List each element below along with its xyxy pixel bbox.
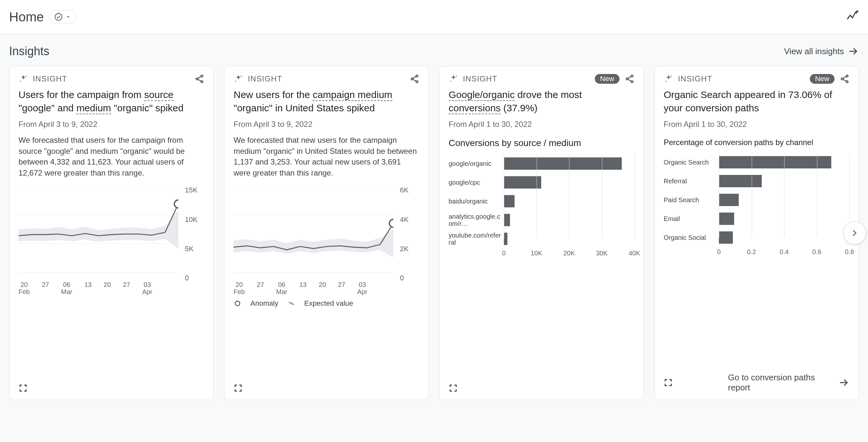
- top-bar: Home: [0, 0, 868, 34]
- audience-chip[interactable]: [49, 10, 76, 24]
- svg-point-17: [416, 81, 418, 83]
- bar-label: Organic Social: [664, 234, 719, 241]
- svg-point-22: [390, 219, 393, 228]
- svg-point-25: [456, 76, 457, 77]
- fullscreen-button[interactable]: [234, 383, 243, 393]
- fullscreen-button[interactable]: [448, 383, 458, 393]
- card-tag: INSIGHT: [33, 74, 67, 83]
- bar-label: Organic Search: [664, 159, 719, 166]
- bar-row: Referral: [664, 172, 849, 191]
- svg-point-28: [626, 78, 628, 80]
- share-button[interactable]: [840, 74, 849, 84]
- horizontal-bar-chart: Organic Search Referral Paid Search Emai…: [664, 153, 849, 256]
- svg-point-29: [631, 81, 633, 83]
- insight-card: INSIGHT New Organic Search appeared in 7…: [654, 66, 859, 400]
- bar-row: Organic Social: [664, 228, 849, 247]
- bar-row: Organic Search: [664, 153, 849, 172]
- svg-point-0: [55, 13, 62, 21]
- insights-trend-icon[interactable]: [846, 10, 859, 24]
- insights-section: Insights View all insights INSIGHT Users…: [0, 34, 868, 413]
- share-button[interactable]: [194, 74, 204, 84]
- bar-label: google/cpc: [448, 179, 504, 186]
- legend-anomaly-label: Anomaly: [250, 299, 278, 308]
- bar-label: Paid Search: [664, 196, 719, 203]
- bar-row: baidu/organic: [448, 192, 634, 211]
- svg-point-3: [26, 76, 27, 77]
- svg-point-14: [235, 81, 236, 82]
- svg-point-5: [201, 75, 203, 77]
- chart-subhead: Conversions by source / medium: [448, 138, 634, 148]
- svg-point-12: [175, 200, 178, 208]
- sparkle-icon: [234, 74, 243, 84]
- insight-card: INSIGHT New users for the campaign mediu…: [224, 66, 429, 400]
- bar-label: google/organic: [448, 160, 504, 167]
- horizontal-bar-chart: google/organic google/cpc baidu/organic …: [448, 154, 634, 257]
- fullscreen-button[interactable]: [19, 383, 28, 393]
- view-all-insights-link[interactable]: View all insights: [784, 46, 859, 57]
- y-axis-ticks: 6K4K2K0: [397, 186, 420, 282]
- svg-point-13: [241, 76, 242, 77]
- new-badge: New: [595, 74, 619, 84]
- go-to-report-link[interactable]: Go to conversion paths report: [728, 373, 849, 393]
- bar-row: google/organic: [448, 154, 634, 173]
- bar-row: Email: [664, 209, 849, 228]
- chart-subhead: Percentage of conversion paths by channe…: [664, 138, 849, 147]
- svg-point-23: [235, 301, 240, 306]
- card-tag: INSIGHT: [248, 74, 282, 83]
- expected-marker-icon: [287, 300, 295, 307]
- insight-cards: INSIGHT Users for the campaign from sour…: [9, 66, 859, 400]
- svg-point-30: [671, 76, 672, 77]
- anomaly-line-chart: 6K4K2K0 20Feb2706Mar13202703Apr: [234, 186, 420, 295]
- card-daterange: From April 3 to 9, 2022: [234, 120, 420, 129]
- share-button[interactable]: [625, 74, 634, 84]
- section-title: Insights: [9, 44, 50, 58]
- view-all-label: View all insights: [784, 46, 844, 57]
- chart-legend: Anomaly Expected value: [234, 299, 420, 308]
- card-description: We forecasted that new users for the cam…: [234, 135, 420, 178]
- insight-card: INSIGHT New Google/organic drove the mos…: [439, 66, 644, 400]
- svg-point-7: [201, 81, 203, 83]
- chevron-down-icon: [65, 13, 71, 20]
- card-tag: INSIGHT: [463, 74, 497, 83]
- svg-point-16: [411, 78, 413, 80]
- sparkle-icon: [448, 74, 458, 84]
- bar-row: Paid Search: [664, 191, 849, 209]
- svg-point-27: [631, 75, 633, 77]
- svg-point-32: [846, 75, 848, 77]
- svg-point-26: [450, 81, 451, 82]
- card-daterange: From April 1 to 30, 2022: [664, 120, 849, 129]
- card-daterange: From April 3 to 9, 2022: [19, 120, 204, 129]
- anomaly-marker-icon: [234, 300, 241, 307]
- bar-label: youtube.com/referral: [448, 232, 504, 246]
- svg-point-4: [20, 81, 21, 82]
- svg-point-2: [857, 11, 858, 12]
- svg-point-6: [196, 78, 198, 80]
- svg-point-31: [665, 81, 666, 82]
- x-axis-ticks: 20Feb2706Mar13202703Apr: [234, 281, 393, 295]
- carousel-next-button[interactable]: [843, 222, 866, 244]
- bar-label: baidu/organic: [448, 198, 504, 205]
- check-circle-icon: [54, 12, 63, 22]
- legend-expected-label: Expected value: [304, 299, 353, 308]
- bar-row: youtube.com/referral: [448, 230, 634, 248]
- card-title: New users for the campaign medium "organ…: [234, 88, 420, 114]
- anomaly-line-chart: 15K10K5K0 20Feb2706Mar13202703Apr: [19, 186, 204, 295]
- share-button[interactable]: [410, 74, 420, 84]
- bar-label: Referral: [664, 177, 719, 185]
- new-badge: New: [810, 74, 835, 84]
- chevron-right-icon: [850, 228, 860, 238]
- sparkle-icon: [664, 74, 674, 84]
- svg-point-1: [856, 12, 857, 13]
- card-daterange: From April 1 to 30, 2022: [448, 120, 634, 129]
- y-axis-ticks: 15K10K5K0: [182, 186, 204, 282]
- arrow-right-icon: [848, 46, 859, 57]
- card-tag: INSIGHT: [678, 74, 712, 83]
- svg-point-15: [416, 75, 418, 77]
- bar-row: analytics.google.com/r…: [448, 211, 634, 230]
- arrow-right-icon: [838, 377, 849, 388]
- card-title: Organic Search appeared in 73.06% of you…: [664, 88, 849, 114]
- insight-card: INSIGHT Users for the campaign from sour…: [9, 66, 214, 400]
- svg-point-33: [841, 78, 843, 80]
- go-to-report-label: Go to conversion paths report: [728, 373, 826, 393]
- fullscreen-button[interactable]: [664, 378, 673, 387]
